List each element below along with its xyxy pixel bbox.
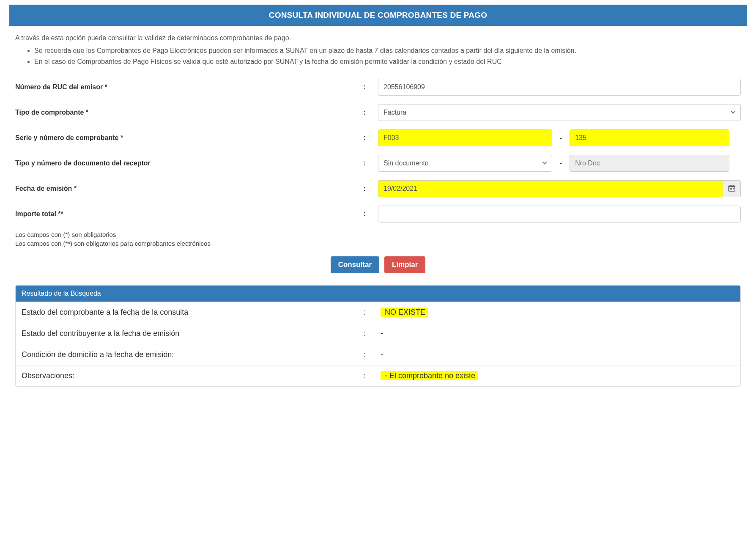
limpiar-button[interactable]: Limpiar [384,256,425,273]
result-label: Estado del contribuyente a la fecha de e… [22,329,364,338]
result-row-estado-comprobante: Estado del comprobante a la fecha de la … [16,302,740,323]
calendar-icon [728,184,735,193]
numero-input[interactable] [570,129,729,146]
label-ruc: Número de RUC del emisor * [15,83,364,91]
svg-rect-2 [730,185,731,186]
result-label: Observaciones: [22,371,364,380]
receptor-tipo-select[interactable]: Sin documento [378,155,552,172]
result-value: NO EXISTE [381,308,428,317]
svg-rect-6 [733,188,734,189]
result-title: Resultado de la Búsqueda [16,286,740,302]
bullet-item: Se recuerda que los Comprobantes de Pago… [34,46,741,55]
info-bullets: Se recuerda que los Comprobantes de Pago… [15,46,741,67]
page-title: CONSULTA INDIVIDUAL DE COMPROBANTES DE P… [9,5,747,26]
note-required-1: Los campos con (*) son obligatorios [15,231,741,238]
label-importe: Importe total ** [15,210,364,218]
calendar-button[interactable] [723,180,741,197]
bullet-item: En el caso de Comprobantes de Pago Físic… [34,57,741,66]
colon: : [364,308,378,317]
importe-input[interactable] [378,206,741,223]
row-receptor: Tipo y número de documento del receptor … [15,155,741,172]
receptor-tipo-select-wrap: Sin documento [378,155,552,172]
tipo-select[interactable]: Factura [378,104,741,121]
colon: : [364,329,378,338]
colon: : [364,185,378,192]
receptor-nro-input [570,155,729,172]
colon: : [364,350,378,359]
result-label: Estado del comprobante a la fecha de la … [22,308,364,317]
row-ruc: Número de RUC del emisor * : [15,79,741,96]
colon: : [364,159,378,167]
result-label: Condición de domicilio a la fecha de emi… [22,350,364,359]
main-panel: CONSULTA INDIVIDUAL DE COMPROBANTES DE P… [8,4,748,387]
colon: : [364,371,378,380]
row-fecha: Fecha de emisión * : [15,180,741,197]
colon: : [364,210,378,218]
intro-text: A través de esta opción puede consultar … [15,34,741,42]
svg-rect-7 [730,189,731,190]
svg-rect-5 [731,188,732,189]
row-importe: Importe total ** : [15,206,741,223]
svg-rect-3 [733,185,734,186]
consultar-button[interactable]: Consultar [331,256,379,273]
row-serie: Serie y número de comprobante * : - [15,129,741,146]
label-serie: Serie y número de comprobante * [15,134,364,142]
dash-separator: - [552,134,570,142]
label-tipo: Tipo de comprobante * [15,109,364,116]
panel-body: A través de esta opción puede consultar … [9,26,747,387]
svg-rect-4 [730,188,731,189]
result-value: - El comprobante no existe [381,371,478,380]
result-row-estado-contribuyente: Estado del contribuyente a la fecha de e… [16,323,740,344]
ruc-input[interactable] [378,79,741,96]
svg-rect-1 [729,186,735,187]
result-value: - [381,350,383,359]
colon: : [364,109,378,116]
colon: : [364,83,378,91]
label-fecha: Fecha de emisión * [15,185,364,192]
row-tipo: Tipo de comprobante * : Factura [15,104,741,121]
serie-input[interactable] [378,129,552,146]
label-receptor: Tipo y número de documento del receptor [15,159,364,167]
svg-rect-8 [731,189,732,190]
tipo-select-wrap: Factura [378,104,741,121]
fecha-input[interactable] [378,180,723,197]
result-row-observaciones: Observaciones: : - El comprobante no exi… [16,365,740,386]
dash-separator: - [552,159,570,167]
button-row: Consultar Limpiar [15,256,741,273]
colon: : [364,134,378,142]
result-value: - [381,329,383,338]
result-panel: Resultado de la Búsqueda Estado del comp… [15,285,741,387]
note-required-2: Los campos con (**) son obligatorios par… [15,240,741,247]
result-row-condicion: Condición de domicilio a la fecha de emi… [16,344,740,365]
